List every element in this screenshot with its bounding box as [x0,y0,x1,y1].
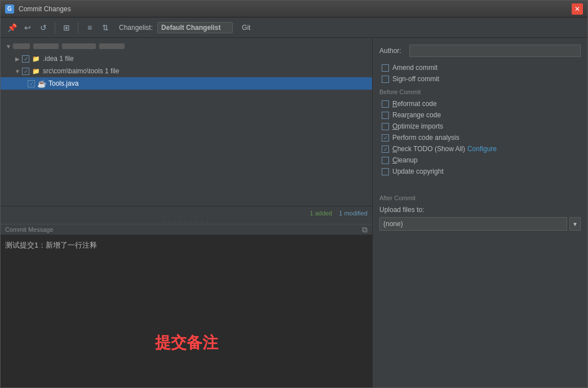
perform-analysis-row: ✓ Perform code analysis [379,134,581,142]
title-bar: G Commit Changes ✕ [1,1,587,17]
toolbar: 📌 ↩ ↺ ⊞ ≡ ⇅ Changelist: Default Changeli… [1,17,587,38]
optimize-imports-checkbox[interactable] [382,123,389,130]
tree-arrow-src: ▼ [14,68,21,74]
cleanup-row: Cleanup [379,156,581,164]
commit-message-text: 测试提交1：新增了一行注释 [5,240,368,252]
gray-block-1 [13,43,30,49]
update-copyright-row: Update copyright [379,167,581,175]
author-row: Author: [379,45,581,57]
tree-item-src[interactable]: ▼ ✓ 📁 src\com\baimo\tools 1 file [1,65,372,77]
checkbox-src[interactable]: ✓ [22,68,29,75]
gray-block-3 [62,43,96,49]
changelist-dropdown[interactable]: Default Changelist [157,22,233,33]
copy-button[interactable]: ⧉ [362,225,368,235]
right-panel: Author: Amend commit Sign-off commit Bef… [373,38,587,387]
folder-icon-src: 📁 [32,67,41,76]
update-copyright-label: Update copyright [392,167,444,175]
gray-block-2 [33,43,59,49]
check-todo-row: ✓ Check TODO (Show All) Configure [379,145,581,153]
main-window: G Commit Changes ✕ 📌 ↩ ↺ ⊞ ≡ ⇅ Changelis… [0,0,588,388]
signoff-commit-label: Sign-off commit [392,75,439,83]
upload-select[interactable]: (none) [379,217,567,231]
commit-message-area[interactable]: 测试提交1：新增了一行注释 提交备注 [1,235,372,387]
upload-dropdown-row: (none) ▼ [379,217,581,231]
amend-commit-row: Amend commit [379,64,581,72]
folder-icon-idea: 📁 [32,54,41,63]
app-icon: G [5,5,14,14]
left-panel: ▼ ▶ ✓ 📁 .idea 1 file [1,38,373,387]
separator-1 [55,22,55,33]
refresh-button[interactable]: ↺ [37,21,50,34]
sort-button-2[interactable]: ⇅ [99,21,112,34]
tree-root-item[interactable]: ▼ [1,40,372,52]
perform-analysis-label: Perform code analysis [392,134,459,142]
before-commit-group: Before Commit Reformat code Rearrange co… [379,86,581,179]
rearrange-code-row: Rearrange code [379,111,581,119]
dropdown-arrow-btn[interactable]: ▼ [569,217,581,231]
resize-handle[interactable]: · · · · · · · · · [1,219,372,224]
configure-link[interactable]: Configure [467,145,497,153]
signoff-commit-row: Sign-off commit [379,75,581,83]
commit-message-label: Commit Message [5,226,54,233]
amend-commit-checkbox[interactable] [382,64,389,72]
author-input[interactable] [409,45,581,57]
tree-label-idea: .idea 1 file [43,55,74,63]
main-content: ▼ ▶ ✓ 📁 .idea 1 file [1,38,587,387]
before-commit-title: Before Commit [379,89,581,95]
reformat-code-checkbox[interactable] [382,100,389,108]
tree-label-tools-java: Tools.java [48,80,78,87]
pin-button[interactable]: 📌 [5,21,19,34]
cleanup-checkbox[interactable] [382,157,389,164]
modified-count: 1 modified [339,210,368,217]
tree-item-tools-java[interactable]: ✓ ☕ Tools.java [1,77,372,90]
window-title: Commit Changes [19,5,572,13]
check-todo-checkbox[interactable]: ✓ [382,146,389,153]
after-commit-section: After Commit Upload files to: (none) ▼ [379,192,581,231]
reformat-code-label: Reformat code [392,100,437,108]
file-tree: ▼ ▶ ✓ 📁 .idea 1 file [1,38,372,206]
checkbox-idea[interactable]: ✓ [22,55,29,63]
author-label: Author: [379,47,405,55]
undo-button[interactable]: ↩ [21,21,34,34]
update-copyright-checkbox[interactable] [382,168,389,175]
check-todo-label: Check TODO (Show All) [392,145,465,153]
optimize-imports-label: Optimize imports [392,122,443,130]
commit-message-header: Commit Message ⧉ [1,224,372,235]
tree-item-idea[interactable]: ▶ ✓ 📁 .idea 1 file [1,52,372,65]
gray-block-4 [99,43,125,49]
group-button[interactable]: ⊞ [60,21,73,34]
cleanup-label: Cleanup [392,156,418,164]
amend-commit-label: Amend commit [392,64,437,72]
optimize-imports-row: Optimize imports [379,122,581,130]
after-commit-title: After Commit [379,195,581,201]
tree-label-src: src\com\baimo\tools 1 file [43,67,119,75]
commit-message-section: Commit Message ⧉ 测试提交1：新增了一行注释 提交备注 [1,224,372,387]
rearrange-code-label: Rearrange code [392,111,441,119]
added-count: 1 added [310,210,332,217]
java-file-icon: ☕ [37,79,46,88]
close-button[interactable]: ✕ [572,3,583,15]
sort-button-1[interactable]: ≡ [83,21,96,34]
reformat-code-row: Reformat code [379,100,581,108]
changelist-label: Changelist: [119,24,153,32]
git-tab[interactable]: Git [242,24,250,32]
tree-arrow-root: ▼ [5,43,12,50]
rearrange-code-checkbox[interactable] [382,112,389,119]
watermark-text: 提交备注 [155,332,218,354]
separator-2 [78,22,78,33]
file-status-bar: 1 added 1 modified [1,206,372,219]
tree-arrow-idea: ▶ [14,55,21,62]
signoff-commit-checkbox[interactable] [382,76,389,83]
checkbox-tools-java[interactable]: ✓ [28,80,35,87]
perform-analysis-checkbox[interactable]: ✓ [382,134,389,142]
upload-label: Upload files to: [379,206,581,214]
